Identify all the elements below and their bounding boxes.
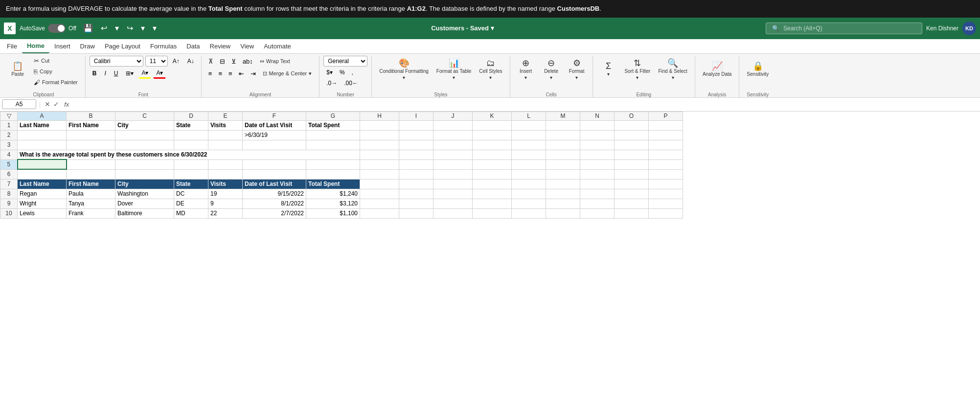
- cell-B8[interactable]: Paula: [67, 189, 115, 199]
- font-grow-button[interactable]: A↑: [170, 56, 182, 66]
- col-header-L[interactable]: L: [512, 112, 546, 120]
- cell-O8[interactable]: [615, 189, 649, 199]
- spreadsheet-wrapper[interactable]: ▽ A B C D E F G H I J K L M N O P: [0, 112, 980, 219]
- cell-P3[interactable]: [649, 140, 683, 150]
- cell-N2[interactable]: [580, 130, 615, 140]
- cell-G5[interactable]: [306, 159, 360, 169]
- cell-M8[interactable]: [546, 189, 580, 199]
- copy-button[interactable]: ⎘ Copy: [30, 67, 81, 77]
- cell-F9[interactable]: 8/1/2022: [243, 199, 306, 208]
- cell-L10[interactable]: [512, 208, 546, 218]
- cell-K10[interactable]: [473, 208, 512, 218]
- cell-L7[interactable]: [512, 179, 546, 189]
- cell-D8[interactable]: DC: [174, 189, 208, 199]
- cell-F6[interactable]: [243, 169, 306, 179]
- cell-C2[interactable]: [115, 130, 174, 140]
- cell-L4[interactable]: [512, 150, 546, 159]
- cell-H4[interactable]: [360, 150, 399, 159]
- decrease-indent-button[interactable]: ⇤: [236, 68, 247, 79]
- cell-A2[interactable]: [18, 130, 67, 140]
- cell-C9[interactable]: Dover: [115, 199, 174, 208]
- cell-N4[interactable]: [580, 150, 615, 159]
- cell-K4[interactable]: [473, 150, 512, 159]
- col-header-M[interactable]: M: [546, 112, 580, 120]
- cell-C10[interactable]: Baltimore: [115, 208, 174, 218]
- col-header-K[interactable]: K: [473, 112, 512, 120]
- font-size-select[interactable]: 11: [145, 56, 168, 67]
- cell-E6[interactable]: [208, 169, 243, 179]
- cell-M7[interactable]: [546, 179, 580, 189]
- cell-K3[interactable]: [473, 140, 512, 150]
- cell-C6[interactable]: [115, 169, 174, 179]
- cell-K9[interactable]: [473, 199, 512, 208]
- col-header-F[interactable]: F: [243, 112, 306, 120]
- cell-M3[interactable]: [546, 140, 580, 150]
- save-button[interactable]: 💾: [80, 22, 96, 34]
- percent-button[interactable]: %: [337, 68, 348, 77]
- cell-B6[interactable]: [67, 169, 115, 179]
- cell-J4[interactable]: [433, 150, 473, 159]
- cell-P8[interactable]: [649, 189, 683, 199]
- cell-C1[interactable]: City: [115, 120, 174, 130]
- cell-P1[interactable]: [649, 120, 683, 130]
- cell-D7[interactable]: State: [174, 179, 208, 189]
- paste-button[interactable]: 📋 Paste: [6, 56, 29, 83]
- cell-A4[interactable]: What is the average total spent by these…: [18, 150, 360, 159]
- cell-F8[interactable]: 9/15/2022: [243, 189, 306, 199]
- sensitivity-button[interactable]: 🔒 Sensitivity: [743, 56, 772, 83]
- cell-I8[interactable]: [399, 189, 433, 199]
- autosum-button[interactable]: Σ ▾: [597, 56, 620, 83]
- cell-I3[interactable]: [399, 140, 433, 150]
- cell-I2[interactable]: [399, 130, 433, 140]
- align-left-button[interactable]: ≡: [205, 68, 215, 79]
- cell-I4[interactable]: [399, 150, 433, 159]
- cell-E8[interactable]: 19: [208, 189, 243, 199]
- cell-B9[interactable]: Tanya: [67, 199, 115, 208]
- underline-button[interactable]: U: [111, 68, 121, 78]
- menu-draw[interactable]: Draw: [75, 40, 100, 53]
- col-header-D[interactable]: D: [174, 112, 208, 120]
- col-header-P[interactable]: P: [649, 112, 683, 120]
- cell-K5[interactable]: [473, 159, 512, 169]
- increase-indent-button[interactable]: ⇥: [248, 68, 259, 79]
- search-input[interactable]: [783, 25, 916, 32]
- cell-J1[interactable]: [433, 120, 473, 130]
- cell-O6[interactable]: [615, 169, 649, 179]
- cell-K2[interactable]: [473, 130, 512, 140]
- col-header-J[interactable]: J: [433, 112, 473, 120]
- cell-I10[interactable]: [399, 208, 433, 218]
- cell-B10[interactable]: Frank: [67, 208, 115, 218]
- undo-button[interactable]: ↩: [98, 22, 110, 34]
- insert-button[interactable]: ⊕ Insert ▾: [514, 56, 538, 83]
- sort-filter-button[interactable]: ⇅ Sort & Filter ▾: [621, 56, 654, 83]
- cell-I7[interactable]: [399, 179, 433, 189]
- cell-F7[interactable]: Date of Last Visit: [243, 179, 306, 189]
- cell-C7[interactable]: City: [115, 179, 174, 189]
- cell-A9[interactable]: Wright: [18, 199, 67, 208]
- cell-O1[interactable]: [615, 120, 649, 130]
- cell-J9[interactable]: [433, 199, 473, 208]
- align-right-button[interactable]: ≡: [226, 68, 235, 79]
- cell-H6[interactable]: [360, 169, 399, 179]
- col-header-I[interactable]: I: [399, 112, 433, 120]
- redo-dropdown[interactable]: ▾: [138, 22, 148, 34]
- undo-dropdown[interactable]: ▾: [112, 22, 122, 34]
- cell-B3[interactable]: [67, 140, 115, 150]
- confirm-formula-button[interactable]: ✓: [52, 99, 60, 109]
- cell-A10[interactable]: Lewis: [18, 208, 67, 218]
- comma-button[interactable]: ,: [349, 68, 356, 77]
- cell-D10[interactable]: MD: [174, 208, 208, 218]
- cell-M5[interactable]: [546, 159, 580, 169]
- cell-N7[interactable]: [580, 179, 615, 189]
- cell-N6[interactable]: [580, 169, 615, 179]
- cell-J7[interactable]: [433, 179, 473, 189]
- cell-L1[interactable]: [512, 120, 546, 130]
- cell-L3[interactable]: [512, 140, 546, 150]
- user-avatar[interactable]: KD: [962, 22, 976, 35]
- cell-D3[interactable]: [174, 140, 208, 150]
- cell-G6[interactable]: [306, 169, 360, 179]
- cell-I6[interactable]: [399, 169, 433, 179]
- cell-K6[interactable]: [473, 169, 512, 179]
- cell-I1[interactable]: [399, 120, 433, 130]
- cell-L5[interactable]: [512, 159, 546, 169]
